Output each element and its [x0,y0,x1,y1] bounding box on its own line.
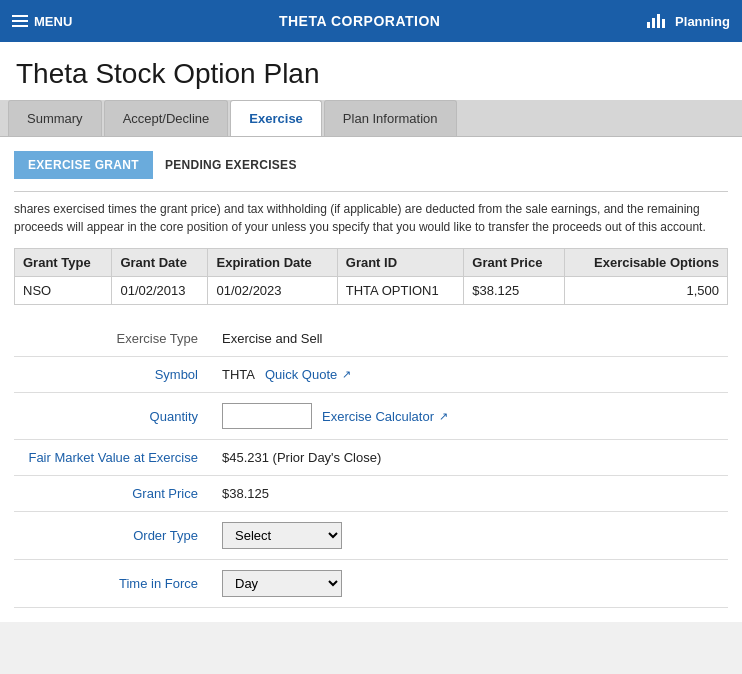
menu-button[interactable]: MENU [12,14,72,29]
exercise-type-value: Exercise and Sell [214,321,728,357]
hamburger-icon [12,15,28,27]
cell-grant-id: THTA OPTION1 [337,277,464,305]
grant-price-value: $38.125 [214,476,728,512]
grant-table: Grant Type Grant Date Expiration Date Gr… [14,248,728,305]
bar-chart-icon [647,14,665,28]
description-text: shares exercised times the grant price) … [14,191,728,236]
button-row: EXERCISE GRANT PENDING EXERCISES [14,151,728,179]
cell-grant-type: NSO [15,277,112,305]
quantity-value-cell: Exercise Calculator ↗︎ [214,393,728,439]
planning-label: Planning [675,14,730,29]
col-expiration-date: Expiration Date [208,249,337,277]
col-grant-price: Grant Price [464,249,564,277]
exercise-type-label: Exercise Type [14,321,214,357]
time-in-force-row: Time in Force Day GTC [14,560,728,608]
form-table: Exercise Type Exercise and Sell Symbol T… [14,321,728,608]
grant-price-row: Grant Price $38.125 [14,476,728,512]
page-title: Theta Stock Option Plan [16,58,726,90]
symbol-row: Symbol THTA Quick Quote ↗︎ [14,357,728,393]
col-grant-id: Grant ID [337,249,464,277]
fmv-value: $45.231 (Prior Day's Close) [214,440,728,476]
exercise-grant-button[interactable]: EXERCISE GRANT [14,151,153,179]
cell-grant-price: $38.125 [464,277,564,305]
page-title-area: Theta Stock Option Plan [0,42,742,100]
order-type-label: Order Type [14,512,214,560]
fmv-label: Fair Market Value at Exercise [14,440,214,476]
symbol-value: THTA [222,367,255,382]
quick-quote-link[interactable]: Quick Quote ↗︎ [265,367,351,382]
quick-quote-label: Quick Quote [265,367,337,382]
order-type-value-cell: Select Market Limit [214,512,728,560]
grant-price-label: Grant Price [14,476,214,512]
quantity-input[interactable] [222,403,312,429]
time-in-force-label: Time in Force [14,560,214,608]
exercise-calculator-link[interactable]: Exercise Calculator ↗︎ [322,409,448,424]
time-in-force-value-cell: Day GTC [214,560,728,608]
fmv-row: Fair Market Value at Exercise $45.231 (P… [14,440,728,476]
cell-grant-date: 01/02/2013 [112,277,208,305]
order-type-row: Order Type Select Market Limit [14,512,728,560]
quantity-row: Quantity Exercise Calculator ↗︎ [14,393,728,440]
order-type-select[interactable]: Select Market Limit [222,522,342,549]
tab-plan-information[interactable]: Plan Information [324,100,457,136]
cell-exercisable-options: 1,500 [564,277,727,305]
main-content: EXERCISE GRANT PENDING EXERCISES shares … [0,137,742,622]
external-link-icon-calc: ↗︎ [439,410,448,423]
tab-accept-decline[interactable]: Accept/Decline [104,100,229,136]
col-exercisable-options: Exercisable Options [564,249,727,277]
external-link-icon: ↗︎ [342,368,351,381]
tabs-bar: Summary Accept/Decline Exercise Plan Inf… [0,100,742,137]
quantity-label: Quantity [14,393,214,440]
pending-exercises-button[interactable]: PENDING EXERCISES [165,158,297,172]
col-grant-date: Grant Date [112,249,208,277]
cell-expiration-date: 01/02/2023 [208,277,337,305]
tab-summary[interactable]: Summary [8,100,102,136]
time-in-force-select[interactable]: Day GTC [222,570,342,597]
symbol-value-cell: THTA Quick Quote ↗︎ [214,357,728,392]
tab-exercise[interactable]: Exercise [230,100,322,136]
exercise-type-row: Exercise Type Exercise and Sell [14,321,728,357]
top-navigation: MENU THETA CORPORATION Planning [0,0,742,42]
corporation-name: THETA CORPORATION [279,13,440,29]
table-row: NSO 01/02/2013 01/02/2023 THTA OPTION1 $… [15,277,728,305]
planning-button[interactable]: Planning [647,14,730,29]
exercise-calculator-label: Exercise Calculator [322,409,434,424]
symbol-label: Symbol [14,357,214,393]
col-grant-type: Grant Type [15,249,112,277]
menu-label: MENU [34,14,72,29]
